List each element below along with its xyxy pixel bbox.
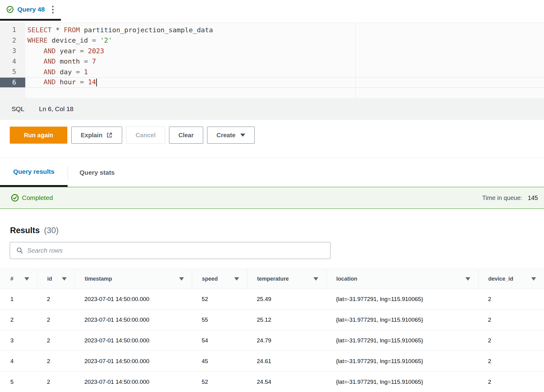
table-cell: 3 [0, 330, 37, 351]
cancel-button[interactable]: Cancel [126, 127, 165, 144]
code-text: WHERE device_id = '2' [25, 37, 112, 44]
editor-line-4[interactable]: 4 AND month = 7 [0, 56, 544, 67]
sort-caret-icon[interactable] [62, 277, 67, 281]
table-cell: 4 [0, 351, 37, 371]
sort-caret-icon[interactable] [531, 277, 536, 281]
table-row-1: 122023-07-01 14:50:00.0005225.49{lat=-31… [0, 289, 544, 310]
results-count: (30) [44, 226, 59, 235]
editor-line-5[interactable]: 5 AND day = 1 [0, 67, 544, 77]
sort-caret-icon[interactable] [234, 277, 239, 281]
code-text: AND hour = 14 [25, 78, 97, 86]
tab-query-results[interactable]: Query results [0, 158, 68, 187]
table-cell: 2 [37, 310, 75, 330]
language-mode-label: SQL [12, 105, 24, 113]
table-cell: 45 [192, 351, 247, 371]
column-header-location[interactable]: location [326, 269, 478, 289]
tab-kebab-menu-icon[interactable] [51, 5, 55, 15]
editor-line-6[interactable]: 6 AND hour = 14 [0, 77, 544, 88]
sort-caret-icon[interactable] [465, 277, 470, 281]
table-cell: 2023-07-01 14:50:00.000 [75, 310, 192, 330]
table-cell: 2 [37, 330, 75, 351]
column-header-temperature[interactable]: temperature [247, 269, 326, 289]
create-button-label: Create [217, 132, 235, 139]
results-tab-bar: Query results Query stats [0, 158, 544, 187]
search-rows-input[interactable] [27, 247, 325, 254]
query-success-check-icon [6, 6, 14, 13]
table-cell: 2023-07-01 14:50:00.000 [75, 330, 192, 351]
table-body: 122023-07-01 14:50:00.0005225.49{lat=-31… [0, 289, 544, 392]
line-number: 4 [0, 56, 25, 67]
table-cell: 24.61 [247, 351, 326, 371]
table-cell: 2023-07-01 14:50:00.000 [75, 372, 192, 392]
table-cell: 1 [0, 289, 37, 309]
line-number: 2 [0, 35, 25, 46]
column-header-device_id[interactable]: device_id [478, 269, 544, 289]
table-cell: 52 [192, 372, 247, 392]
time-in-queue-value: 145 [528, 194, 538, 201]
sort-caret-icon[interactable] [313, 277, 318, 281]
search-rows-box [10, 242, 330, 259]
time-in-queue-label: Time in queue: [482, 194, 522, 201]
table-cell: {lat=-31.977291, lng=115.910065} [326, 351, 478, 371]
code-text: AND year = 2023 [25, 47, 104, 55]
column-label: location [336, 276, 357, 282]
clear-button[interactable]: Clear [169, 127, 203, 144]
table-cell: 2 [478, 310, 544, 330]
cursor-position-label: Ln 6, Col 18 [39, 105, 73, 113]
create-button[interactable]: Create [207, 127, 255, 144]
status-badge: Completed [22, 194, 53, 201]
editor-lines: 1SELECT * FROM partition_projection_samp… [0, 23, 544, 88]
results-title: Results [10, 226, 40, 235]
table-cell: {lat=-31.977291, lng=115.910065} [326, 289, 478, 309]
sort-caret-icon[interactable] [179, 277, 184, 281]
table-row-3: 322023-07-01 14:50:00.0005424.79{lat=-31… [0, 330, 544, 351]
search-icon [16, 247, 23, 254]
table-cell: 2 [478, 330, 544, 351]
external-link-icon [106, 132, 113, 138]
column-header-id[interactable]: id [37, 269, 75, 289]
column-header-speed[interactable]: speed [192, 269, 247, 289]
column-label: timestamp [85, 276, 112, 282]
sql-editor[interactable]: 1SELECT * FROM partition_projection_samp… [0, 23, 544, 98]
query-tab-bar: Query 48 [0, 0, 544, 21]
editor-line-2[interactable]: 2WHERE device_id = '2' [0, 35, 544, 46]
line-number: 3 [0, 46, 25, 56]
line-number: 6 [0, 78, 25, 88]
query-tab[interactable]: Query 48 [0, 0, 61, 21]
table-cell: {lat=-31.977291, lng=115.910065} [326, 310, 478, 330]
table-cell: 25.49 [247, 289, 326, 309]
line-number: 1 [0, 25, 25, 35]
column-label: speed [202, 276, 218, 282]
table-cell: 54 [192, 330, 247, 351]
line-number: 5 [0, 67, 25, 77]
table-row-2: 222023-07-01 14:50:00.0005525.12{lat=-31… [0, 310, 544, 330]
table-cell: 24.54 [247, 372, 326, 392]
chevron-down-icon [240, 134, 245, 137]
table-header-row: #idtimestampspeedtemperaturelocationdevi… [0, 269, 544, 289]
column-label: # [10, 276, 13, 282]
editor-status-bar: SQL Ln 6, Col 18 [0, 98, 544, 120]
code-text: AND month = 7 [25, 58, 96, 65]
run-again-button[interactable]: Run again [10, 127, 67, 144]
table-cell: 2023-07-01 14:50:00.000 [75, 289, 192, 309]
table-cell: 52 [192, 289, 247, 309]
column-header-row-number[interactable]: # [0, 269, 37, 289]
table-cell: 2 [478, 372, 544, 392]
text-cursor [96, 79, 97, 86]
editor-line-1[interactable]: 1SELECT * FROM partition_projection_samp… [0, 25, 544, 35]
table-cell: 25.12 [247, 310, 326, 330]
column-label: temperature [257, 276, 289, 282]
table-cell: 2 [0, 310, 37, 330]
table-cell: 2 [37, 351, 75, 371]
editor-line-3[interactable]: 3 AND year = 2023 [0, 46, 544, 56]
column-header-timestamp[interactable]: timestamp [75, 269, 192, 289]
table-cell: 24.79 [247, 330, 326, 351]
table-cell: 2 [478, 289, 544, 309]
table-row-4: 422023-07-01 14:50:00.0004524.61{lat=-31… [0, 351, 544, 372]
explain-button[interactable]: Explain [71, 127, 122, 144]
query-status-banner: Completed Time in queue: 145 [0, 187, 544, 209]
sort-caret-icon[interactable] [24, 277, 29, 281]
query-tab-label: Query 48 [17, 6, 45, 13]
tab-query-stats[interactable]: Query stats [68, 158, 126, 187]
table-cell: {lat=-31.977291, lng=115.910065} [326, 330, 478, 351]
